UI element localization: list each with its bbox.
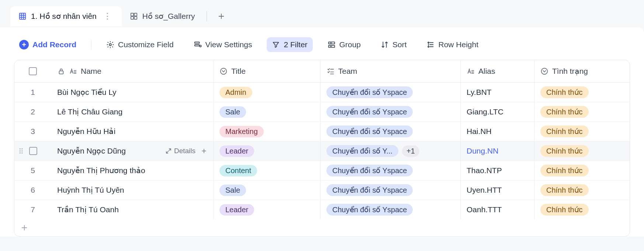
team-cell[interactable]: Chuyển đổi số Yspace	[321, 200, 461, 219]
table-row[interactable]: 3Nguyễn Hữu HảiMarketingChuyển đổi số Ys…	[14, 122, 630, 141]
sort-icon	[381, 41, 389, 49]
alias-text: Uyen.HTT	[467, 186, 502, 195]
name-cell[interactable]: Bùi Ngọc Tiểu Ly	[51, 83, 214, 102]
team-tag: Chuyển đổi số Yspace	[326, 126, 413, 137]
alias-cell[interactable]: Thao.NTP	[461, 161, 534, 180]
alias-cell[interactable]: Dung.NN	[461, 141, 534, 161]
tab-grid-view[interactable]: 1. Hồ sơ nhân viên ⋮	[10, 6, 122, 26]
title-cell[interactable]: Marketing	[214, 122, 321, 141]
team-cell[interactable]: Chuyển đổi số Yspace	[321, 161, 461, 180]
team-tag: Chuyển đổi số Yspace	[326, 204, 413, 216]
tab-gallery-label: Hồ sơ_Gallerry	[142, 12, 195, 21]
row-index-cell[interactable]: 3	[14, 122, 51, 141]
row-index-cell[interactable]: 5	[14, 161, 51, 180]
table-header: Name Title Team Alias	[14, 60, 630, 83]
expand-icon	[165, 148, 172, 154]
select-type-icon	[219, 67, 228, 75]
alias-cell[interactable]: Oanh.TTT	[461, 200, 534, 219]
table-row[interactable]: 6Huỳnh Thị Tú UyênSaleChuyển đổi số Yspa…	[14, 180, 630, 200]
name-text: Lê Thị Châu Giang	[57, 107, 207, 116]
sort-button[interactable]: Sort	[375, 37, 412, 52]
team-tag: Chuyển đổi số Yspace	[326, 184, 413, 196]
add-tab-button[interactable]	[211, 7, 232, 25]
header-alias[interactable]: Alias	[461, 60, 534, 82]
table-row[interactable]: 5Nguyễn Thị Phương thảoContentChuyển đổi…	[14, 161, 630, 180]
filter-button[interactable]: 2 Filter	[267, 37, 312, 52]
name-text: Trần Thị Tú Oanh	[57, 205, 207, 214]
details-button[interactable]: Details	[165, 147, 195, 155]
tab-gallery-view[interactable]: Hồ sơ_Gallerry	[122, 7, 203, 26]
table-row[interactable]: 7Trần Thị Tú OanhLeaderChuyển đổi số Ysp…	[14, 200, 630, 219]
alias-cell[interactable]: Uyen.HTT	[461, 180, 534, 200]
title-tag: Content	[219, 165, 257, 176]
name-cell[interactable]: Nguyễn Hữu Hải	[51, 122, 214, 141]
alias-cell[interactable]: Hai.NH	[461, 122, 534, 141]
status-cell[interactable]: Chính thức	[534, 102, 630, 121]
row-index-cell[interactable]: 6	[14, 180, 51, 200]
title-cell[interactable]: Sale	[214, 180, 321, 200]
alias-cell[interactable]: Giang.LTC	[461, 102, 534, 121]
name-cell[interactable]: Lê Thị Châu Giang	[51, 102, 214, 121]
title-cell[interactable]: Sale	[214, 102, 321, 121]
team-tag: Chuyển đổi số Yspace	[326, 165, 413, 176]
name-cell[interactable]: Nguyễn Thị Phương thảo	[51, 161, 214, 180]
header-title[interactable]: Title	[214, 60, 321, 82]
name-cell[interactable]: Trần Thị Tú Oanh	[51, 200, 214, 219]
group-icon	[328, 41, 336, 49]
select-all-checkbox[interactable]	[29, 67, 37, 75]
header-checkbox-cell[interactable]	[14, 60, 51, 82]
status-cell[interactable]: Chính thức	[534, 141, 630, 161]
view-settings-button[interactable]: View Settings	[188, 37, 257, 52]
status-tag: Chính thức	[540, 145, 589, 157]
svg-rect-3	[131, 17, 134, 19]
status-tag: Chính thức	[540, 165, 589, 176]
status-cell[interactable]: Chính thức	[534, 83, 630, 102]
group-button[interactable]: Group	[322, 37, 366, 52]
drag-handle-icon[interactable]	[17, 147, 25, 155]
add-row-button[interactable]	[14, 219, 630, 236]
header-name[interactable]: Name	[51, 60, 214, 82]
row-checkbox[interactable]	[29, 147, 37, 155]
title-cell[interactable]: Admin	[214, 83, 321, 102]
alias-text: Thao.NTP	[467, 166, 502, 175]
alias-cell[interactable]: Ly.BNT	[461, 83, 534, 102]
title-tag: Sale	[219, 185, 246, 196]
title-cell[interactable]: Content	[214, 161, 321, 180]
team-cell[interactable]: Chuyển đổi số Yspace	[321, 122, 461, 141]
title-cell[interactable]: Leader	[214, 200, 321, 219]
status-cell[interactable]: Chính thức	[534, 200, 630, 219]
table-row[interactable]: 1Bùi Ngọc Tiểu LyAdminChuyển đổi số Yspa…	[14, 83, 630, 102]
status-cell[interactable]: Chính thức	[534, 122, 630, 141]
team-cell[interactable]: Chuyển đổi số Y...+1	[321, 141, 461, 161]
status-cell[interactable]: Chính thức	[534, 180, 630, 200]
name-cell[interactable]: Huỳnh Thị Tú Uyên	[51, 180, 214, 200]
text-type-icon	[69, 67, 77, 75]
row-height-button[interactable]: Row Height	[422, 37, 484, 52]
svg-point-12	[221, 68, 227, 75]
team-cell[interactable]: Chuyển đổi số Yspace	[321, 180, 461, 200]
team-cell[interactable]: Chuyển đổi số Yspace	[321, 83, 461, 102]
table-row[interactable]: Nguyễn Ngọc DũngDetailsLeaderChuyển đổi …	[14, 141, 630, 161]
table-row[interactable]: 2Lê Thị Châu GiangSaleChuyển đổi số Yspa…	[14, 102, 630, 122]
svg-rect-0	[20, 13, 26, 20]
multiselect-type-icon	[326, 67, 335, 75]
name-text: Huỳnh Thị Tú Uyên	[57, 186, 207, 195]
header-team[interactable]: Team	[321, 60, 461, 82]
plus-circle-icon: +	[19, 40, 29, 49]
title-cell[interactable]: Leader	[214, 141, 321, 161]
team-cell[interactable]: Chuyển đổi số Yspace	[321, 102, 461, 121]
row-index-cell[interactable]	[14, 141, 51, 161]
row-index-cell[interactable]: 1	[14, 83, 51, 102]
status-cell[interactable]: Chính thức	[534, 161, 630, 180]
add-record-button[interactable]: + Add Record	[14, 37, 82, 52]
gallery-icon	[130, 12, 138, 20]
row-add-button[interactable]	[201, 148, 207, 154]
customize-field-button[interactable]: Customize Field	[101, 37, 179, 52]
status-tag: Chính thức	[540, 204, 589, 216]
row-index-cell[interactable]: 2	[14, 102, 51, 121]
header-status[interactable]: Tình trạng	[534, 60, 630, 82]
title-tag: Sale	[219, 106, 246, 118]
row-index-cell[interactable]: 7	[14, 200, 51, 219]
tab-more-icon[interactable]: ⋮	[101, 11, 114, 21]
name-cell[interactable]: Nguyễn Ngọc DũngDetails	[51, 141, 214, 161]
